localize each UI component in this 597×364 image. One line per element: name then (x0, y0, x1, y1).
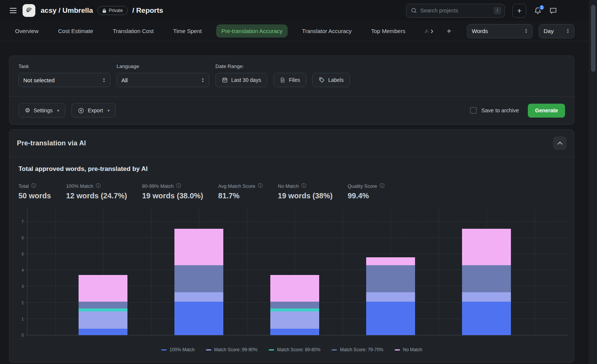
file-icon (280, 77, 285, 83)
save-to-archive-checkbox[interactable] (470, 107, 477, 114)
bar-segment-100-match[interactable] (79, 329, 127, 335)
collapse-panel-button[interactable] (553, 136, 567, 150)
legend-swatch (269, 349, 274, 350)
page-scrollbar[interactable] (589, 0, 597, 364)
bar-segment-match-score-79-70[interactable] (174, 265, 223, 292)
period-select[interactable]: Day (539, 24, 574, 38)
unit-select[interactable]: Words (467, 24, 533, 38)
bar-segment-100-match[interactable] (270, 329, 319, 335)
add-report-tab-button[interactable]: + (447, 27, 451, 35)
legend-swatch (161, 349, 167, 350)
notifications-button[interactable]: 1 (534, 7, 542, 15)
notification-badge: 1 (539, 5, 545, 11)
v-gridline (535, 208, 535, 335)
legend-item-match-score-99-90[interactable]: Match Score: 99-90% (206, 347, 258, 352)
bar-segment-100-match[interactable] (366, 302, 415, 335)
stat-100-match: 100% Matchⓘ12 words (24.7%) (66, 183, 127, 200)
select-caret-icon (201, 78, 205, 83)
tag-icon (319, 77, 325, 83)
info-icon[interactable]: ⓘ (258, 183, 263, 189)
task-label: Task (18, 63, 111, 69)
bar-segment-match-score-99-90[interactable] (462, 292, 511, 302)
bar-segment-no-match[interactable] (174, 229, 223, 265)
scrollbar-thumb[interactable] (591, 5, 595, 72)
bar-segment-match-score-99-90[interactable] (270, 311, 319, 328)
chart-legend: 100% MatchMatch Score: 99-90%Match Score… (15, 347, 568, 352)
labels-button[interactable]: Labels (312, 73, 350, 87)
search-input[interactable] (420, 8, 491, 14)
bar-segment-no-match[interactable] (270, 275, 319, 302)
bar-segment-match-score-99-90[interactable] (174, 292, 223, 302)
app-root: acsy / Umbrella Private / Reports / (0, 0, 597, 364)
chart-bar-3[interactable] (270, 275, 319, 335)
legend-item-no-match[interactable]: No Match (395, 347, 422, 352)
unit-select-value: Words (472, 28, 488, 34)
v-gridline (439, 208, 439, 335)
bar-segment-match-score-99-90[interactable] (366, 292, 415, 302)
export-button[interactable]: Export ▾ (71, 103, 116, 118)
chart-bar-5[interactable] (462, 229, 511, 335)
legend-label: Match Score: 99-90% (214, 347, 258, 352)
create-button[interactable]: + (512, 4, 526, 18)
bar-segment-no-match[interactable] (462, 229, 511, 265)
tab-top-members[interactable]: Top Members (366, 24, 411, 38)
chart-bar-1[interactable] (79, 275, 127, 335)
files-button[interactable]: Files (273, 73, 306, 87)
bar-segment-match-score-79-70[interactable] (366, 265, 415, 292)
info-icon[interactable]: ⓘ (380, 183, 385, 189)
stat-label: 80-99% Match (142, 183, 174, 189)
tab-translation-cost[interactable]: Translation Cost (108, 24, 159, 38)
legend-swatch (206, 349, 211, 350)
info-icon[interactable]: ⓘ (302, 183, 306, 189)
v-gridline (247, 208, 247, 335)
stat-label: Quality Score (348, 183, 377, 189)
generate-button[interactable]: Generate (528, 104, 565, 118)
bar-segment-match-score-99-90[interactable] (79, 311, 127, 328)
export-button-label: Export (88, 107, 103, 113)
date-range-button[interactable]: Last 30 days (215, 73, 267, 87)
tab-cost-estimate[interactable]: Cost Estimate (53, 24, 98, 38)
bar-segment-no-match[interactable] (366, 257, 415, 266)
bar-segment-match-score-79-70[interactable] (270, 302, 319, 308)
bar-segment-no-match[interactable] (79, 275, 127, 302)
bar-segment-match-score-89-80[interactable] (79, 308, 127, 312)
breadcrumb-project-path[interactable]: acsy / Umbrella (41, 6, 93, 15)
tab-translator-accuracy[interactable]: Translator Accuracy (297, 24, 357, 38)
tab-overview[interactable]: Overview (10, 24, 44, 38)
stat-avg-match-score: Avg Match Scoreⓘ81.7% (218, 183, 263, 200)
search-input-wrapper: / (406, 4, 505, 18)
chart-bar-4[interactable] (366, 257, 415, 335)
bar-segment-match-score-79-70[interactable] (462, 265, 511, 292)
chart-bar-2[interactable] (174, 229, 223, 335)
v-gridline (55, 208, 56, 335)
search-shortcut-badge: / (494, 7, 501, 14)
select-caret-icon (566, 29, 570, 33)
main-content: Task Not selected Language All (9, 56, 574, 363)
bar-segment-100-match[interactable] (174, 302, 223, 335)
tab-pre-translation-accuracy[interactable]: Pre-translation Accuracy (216, 24, 288, 38)
info-icon[interactable]: ⓘ (176, 183, 181, 189)
app-logo[interactable] (23, 4, 35, 17)
tab-time-spent[interactable]: Time Spent (168, 24, 207, 38)
breadcrumb: acsy / Umbrella Private / Reports (41, 6, 163, 15)
bar-segment-match-score-79-70[interactable] (79, 302, 127, 308)
user-avatar[interactable] (565, 5, 576, 16)
bar-segment-100-match[interactable] (462, 302, 511, 335)
tab-ar[interactable]: Ar (420, 24, 430, 38)
search-icon (411, 7, 417, 14)
legend-item-100-match[interactable]: 100% Match (161, 347, 195, 352)
info-icon[interactable]: ⓘ (31, 183, 36, 189)
save-to-archive-control: Save to archive (470, 107, 519, 114)
language-select[interactable]: All (117, 73, 209, 87)
legend-item-match-score-89-80[interactable]: Match Score: 89-80% (269, 347, 320, 352)
settings-button[interactable]: ⚙ Settings ▾ (18, 103, 65, 118)
topbar: acsy / Umbrella Private / Reports / (0, 0, 597, 21)
labels-button-label: Labels (328, 77, 344, 83)
tabs-overflow-chevron-icon[interactable]: › (430, 27, 433, 35)
messages-button[interactable] (549, 7, 557, 15)
menu-icon[interactable] (9, 6, 17, 15)
legend-item-match-score-79-70[interactable]: Match Score: 79-70% (332, 347, 383, 352)
task-select[interactable]: Not selected (18, 73, 111, 87)
bar-segment-match-score-89-80[interactable] (270, 308, 319, 312)
info-icon[interactable]: ⓘ (96, 183, 101, 189)
